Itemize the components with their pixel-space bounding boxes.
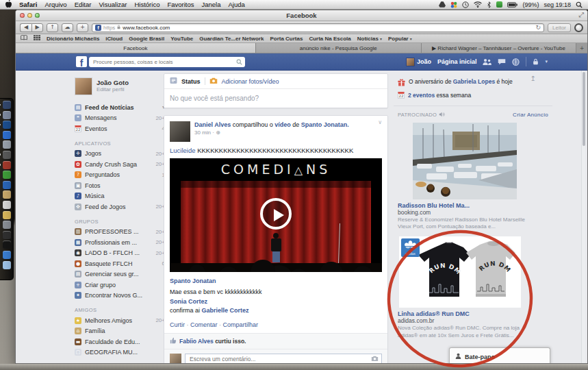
downloads-button[interactable] (574, 23, 583, 32)
share-link[interactable]: Compartilhar (223, 321, 259, 328)
reader-button[interactable]: Leitor (548, 23, 571, 32)
sidebar-item-professores[interactable]: ▥PROFESSORES ...20+ (75, 227, 165, 238)
menu-editar[interactable]: Editar (75, 1, 92, 8)
bookmark-folder-popular[interactable]: Popular▾ (388, 36, 412, 42)
menu-safari[interactable]: Safari (19, 1, 37, 8)
back-button[interactable]: ◀ (20, 23, 31, 32)
menu-historico[interactable]: Histórico (134, 1, 159, 8)
facebook-logo[interactable]: f (76, 56, 87, 67)
dock-app-icon[interactable] (3, 101, 11, 109)
apple-menu-icon[interactable] (5, 0, 12, 9)
caption-tag-link[interactable]: Gabrielle Cortez (202, 307, 249, 314)
wifi-menu-icon[interactable] (474, 1, 482, 8)
composer-prompt[interactable]: No que você está pensando? (164, 89, 387, 108)
search-input[interactable] (92, 58, 236, 66)
tab-google-search[interactable]: anúncio nike - Pesquisa Google (256, 43, 422, 53)
sidebar-item-faculdade[interactable]: ▬Faculdade de Edu... (75, 336, 165, 347)
scrollbar-thumb[interactable] (583, 72, 585, 146)
close-window-button[interactable] (20, 13, 25, 18)
friend-requests-icon[interactable] (483, 58, 491, 65)
top-sites-icon[interactable] (34, 35, 40, 42)
like-link[interactable]: Curtir (170, 321, 185, 328)
menu-arquivo[interactable]: Arquivo (44, 1, 66, 8)
video-owner-link[interactable]: Spanto Jonatan (170, 278, 382, 284)
ad-title-link[interactable]: Linha adidas® Run DMC (398, 310, 548, 317)
reload-icon[interactable]: ↻ (535, 24, 541, 31)
minimize-window-button[interactable] (27, 13, 32, 18)
sidebar-item-geografia[interactable]: ▢GEOGRAFIA MU... (75, 347, 165, 358)
tab-youtube[interactable]: ▶ Richard Wagner – Tannhäuser – Overture… (422, 43, 576, 53)
menu-visualizar[interactable]: Visualizar (99, 1, 127, 8)
dock-app-icon[interactable] (3, 171, 11, 179)
icloud-tabs-button[interactable]: ☁ (62, 23, 73, 32)
sidebar-item-basquete[interactable]: ●Basquete FFLCH6 (75, 258, 165, 269)
create-ad-link[interactable]: Criar Anúncio (513, 112, 548, 118)
bookmark-item[interactable]: YouTube (170, 36, 193, 42)
post-author-link[interactable]: Daniel Alves (194, 121, 231, 128)
dock-app-icon[interactable] (3, 251, 11, 259)
fullscreen-icon[interactable]: ⤢ (578, 11, 584, 19)
new-tab-button[interactable]: + (77, 23, 88, 32)
dock-app-icon[interactable] (3, 140, 11, 149)
dock-app-icon[interactable] (3, 261, 11, 269)
messages-icon[interactable] (498, 58, 506, 65)
dock-app-icon[interactable] (3, 111, 11, 119)
bluetooth-menu-icon[interactable] (487, 1, 491, 8)
sidebar-item-gerenciar-grupos[interactable]: ▤Gerenciar seus gr... (75, 269, 165, 280)
window-titlebar[interactable]: Facebook ⤢ (16, 10, 587, 21)
facebook-search-box[interactable] (89, 57, 245, 67)
battery-app-menu-icon[interactable] (496, 1, 502, 8)
menu-ajuda[interactable]: Ajuda (229, 1, 245, 8)
sidebar-item-profissionais[interactable]: ▦Profissionais em ...20+ (75, 237, 165, 248)
sidebar-item-feed-de-jogos[interactable]: ✜Feed de Jogos20+ (75, 201, 165, 212)
profile-block[interactable]: João Goto Editar perfil (75, 77, 165, 95)
bookmark-item[interactable]: Google Brasil (129, 36, 164, 42)
sidebar-item-fotos[interactable]: ▣Fotos (75, 180, 165, 191)
comment-input[interactable] (188, 355, 368, 363)
ad-title-link[interactable]: Radisson Blu Hotel Ma... (398, 202, 548, 209)
add-photos-tab[interactable]: Adicionar fotos/vídeo (222, 78, 279, 85)
chat-bar[interactable]: Bate-papo (449, 347, 550, 364)
battery-icon[interactable] (507, 2, 517, 8)
comment-box[interactable] (185, 354, 382, 365)
post-menu-chevron-icon[interactable]: ∨ (378, 119, 382, 125)
dock-app-icon[interactable] (3, 221, 11, 229)
drive-menu-icon[interactable] (439, 1, 446, 8)
address-bar[interactable]: f https www.facebook.com ↻ (92, 23, 544, 32)
zoom-window-button[interactable] (35, 13, 40, 18)
avatar[interactable] (170, 121, 190, 142)
liker-name-link[interactable]: Fabíio Alves (179, 338, 214, 345)
page-scrollbar[interactable] (581, 71, 585, 364)
sidebar-item-lado-b[interactable]: ◉LADO B - FFLCH ...20+ (75, 248, 165, 259)
notifications-globe-icon[interactable] (512, 58, 520, 66)
post-timestamp[interactable]: 30 min · (194, 130, 216, 136)
tab-facebook[interactable]: Facebook (16, 43, 256, 53)
bookmark-item[interactable]: Curta Na Escola (309, 36, 350, 42)
clock-menu-icon[interactable] (462, 1, 469, 8)
caption-tag-link[interactable]: Sonia Cortez (170, 297, 382, 307)
birthday-name-link[interactable]: Gabriela Lopes (453, 78, 495, 85)
sidebar-item-musica[interactable]: ♪Música (75, 191, 165, 202)
camera-icon[interactable] (371, 356, 379, 362)
edit-profile-link[interactable]: Editar perfil (97, 86, 129, 92)
sidebar-item-news-feed[interactable]: ▤ Feed de Notícias▾ (75, 102, 165, 113)
sidebar-item-perguntados[interactable]: ?Perguntados1 (75, 170, 165, 181)
sidebar-item-jogos[interactable]: ✛Jogos20+ (75, 149, 165, 160)
settings-caret-icon[interactable]: ▾ (545, 59, 548, 64)
spotlight-icon[interactable] (576, 1, 583, 8)
comment-link[interactable]: Comentar (190, 321, 218, 328)
share-button[interactable]: ↑ (47, 23, 58, 32)
forward-button[interactable]: ▶ (31, 23, 43, 32)
birthday-row[interactable]: O aniversário de Gabriela Lopes é hoje (398, 78, 552, 88)
profile-name[interactable]: João Goto (97, 79, 129, 86)
dock-app-icon[interactable] (3, 231, 11, 239)
bookmark-item[interactable]: Guardian Te...er Network (199, 36, 264, 42)
menubar-clock[interactable]: seg 19:18 (544, 1, 571, 8)
dock-app-icon[interactable] (3, 161, 11, 169)
sidebar-item-criar-grupo[interactable]: +Criar grupo (75, 280, 165, 291)
reading-list-icon[interactable] (21, 35, 27, 42)
sidebar-item-events[interactable]: 22 Eventos4 (75, 123, 165, 134)
sidebar-item-candy-crush[interactable]: ✿Candy Crush Saga20+ (75, 159, 165, 170)
profile-shortcut[interactable]: João (406, 58, 431, 66)
export-icon[interactable]: ↥ (531, 75, 536, 82)
